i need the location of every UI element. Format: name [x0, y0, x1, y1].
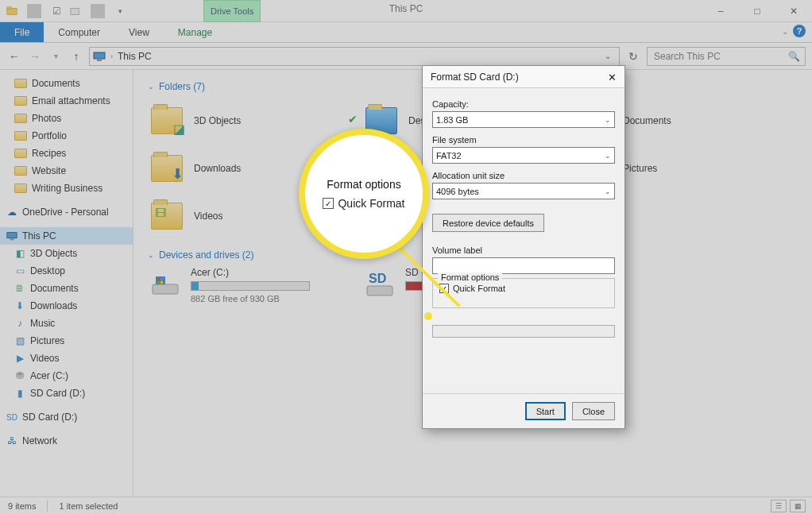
quick-format-checkbox[interactable]: ✓ Quick Format	[439, 284, 608, 293]
format-options-legend: Format options	[438, 272, 502, 282]
minimize-button[interactable]: –	[702, 0, 739, 22]
sd-card-icon: SD	[6, 412, 17, 423]
chevron-down-icon: ⌄	[605, 116, 611, 124]
allocation-unit-size-select[interactable]: 4096 bytes⌄	[432, 183, 615, 199]
properties-icon[interactable]: ☑	[49, 4, 64, 18]
sidebar-item-photos[interactable]: Photos	[0, 110, 133, 127]
sidebar-item-this-pc[interactable]: This PC	[0, 227, 133, 245]
view-tab[interactable]: View	[114, 22, 164, 42]
help-icon[interactable]: ?	[793, 25, 806, 37]
search-box[interactable]: 🔍	[647, 47, 806, 66]
dialog-close-button[interactable]: ✕	[604, 69, 620, 85]
sidebar-item-videos[interactable]: ▶Videos	[0, 350, 133, 367]
chevron-down-icon: ⌄	[148, 251, 154, 259]
capacity-bar	[191, 281, 310, 291]
svg-rect-1	[7, 6, 11, 9]
sidebar-item-sd-card-root[interactable]: SDSD Card (D:)	[0, 408, 133, 426]
sd-card-icon: ▮	[14, 388, 25, 399]
computer-tab[interactable]: Computer	[44, 22, 114, 42]
download-arrow-icon: ⬇	[172, 165, 184, 183]
sidebar-item-writing-business[interactable]: Writing Business	[0, 180, 133, 197]
callout-magnifier: Format options ✓ Quick Format	[299, 129, 429, 259]
dialog-title: Format SD Card (D:)	[431, 71, 519, 83]
new-folder-icon[interactable]	[68, 4, 83, 18]
drive-free-space: 882 GB free of 930 GB	[191, 294, 310, 303]
list-item[interactable]: Acer (C:) 882 GB free of 930 GB	[148, 267, 346, 303]
chevron-down-icon: ⌄	[605, 187, 611, 195]
sidebar-item-onedrive[interactable]: ☁OneDrive - Personal	[0, 203, 133, 221]
breadcrumb[interactable]: This PC	[118, 51, 152, 62]
sidebar-item-downloads[interactable]: ⬇Downloads	[0, 297, 133, 315]
volume-label-input[interactable]	[432, 257, 615, 274]
sd-card-icon: SD	[362, 267, 397, 302]
onedrive-icon: ☁	[6, 207, 17, 218]
pictures-icon: ▧	[14, 335, 25, 346]
format-dialog: Format SD Card (D:) ✕ Capacity: 1.83 GB⌄…	[422, 65, 625, 429]
sidebar-item-documents[interactable]: Documents	[0, 75, 133, 92]
back-button[interactable]: ←	[6, 50, 22, 63]
search-input[interactable]	[652, 50, 788, 63]
sidebar-item-acer-c[interactable]: ⛃Acer (C:)	[0, 367, 133, 385]
sidebar-item-sd-card-d[interactable]: ▮SD Card (D:)	[0, 385, 133, 402]
cube-icon: ◧	[14, 248, 25, 259]
recent-locations-icon[interactable]: ▾	[48, 52, 64, 60]
maximize-button[interactable]: □	[739, 0, 775, 22]
music-icon: ♪	[14, 318, 25, 329]
sidebar-item-website[interactable]: Website	[0, 162, 133, 180]
svg-rect-3	[94, 52, 105, 59]
svg-rect-7	[153, 284, 178, 294]
sidebar-item-music[interactable]: ♪Music	[0, 315, 133, 332]
this-pc-icon	[6, 230, 17, 242]
manage-tab[interactable]: Manage	[164, 22, 226, 42]
chevron-down-icon: ⌄	[148, 83, 154, 91]
status-item-count: 9 items	[8, 501, 36, 511]
breadcrumb-chevron-icon[interactable]: ›	[110, 52, 113, 60]
sidebar-item-documents-pc[interactable]: 🗎Documents	[0, 280, 133, 297]
file-tab[interactable]: File	[0, 22, 44, 42]
search-icon: 🔍	[788, 51, 800, 62]
status-bar: 9 items 1 item selected ☰ ▦	[0, 497, 812, 514]
large-icons-view-button[interactable]: ▦	[790, 500, 806, 512]
status-selection-count: 1 item selected	[59, 501, 118, 511]
sidebar-item-network[interactable]: 🖧Network	[0, 432, 133, 450]
refresh-button[interactable]: ↻	[624, 50, 642, 63]
file-system-label: File system	[432, 135, 615, 145]
format-progress-bar	[432, 325, 615, 338]
dialog-title-bar[interactable]: Format SD Card (D:) ✕	[423, 66, 624, 88]
list-item[interactable]: ◪ 3D Objects	[148, 99, 346, 143]
address-dropdown-icon[interactable]: ⌄	[600, 52, 616, 60]
checkbox-checkmark-icon: ✓	[323, 198, 334, 209]
up-button[interactable]: ↑	[68, 50, 84, 63]
close-button[interactable]: Close	[572, 402, 615, 420]
folder-icon	[5, 4, 19, 18]
sidebar-item-pictures[interactable]: ▧Pictures	[0, 332, 133, 350]
restore-defaults-button[interactable]: Restore device defaults	[432, 214, 544, 232]
sidebar-item-recipes[interactable]: Recipes	[0, 145, 133, 162]
svg-rect-9	[157, 278, 160, 280]
svg-rect-5	[7, 233, 17, 238]
sidebar-item-desktop[interactable]: ▭Desktop	[0, 262, 133, 280]
svg-rect-12	[160, 281, 163, 284]
ribbon-tabs: File Computer View Manage ⌄ ?	[0, 22, 812, 43]
callout-leader-dot	[424, 312, 432, 320]
sidebar-item-email-attachments[interactable]: Email attachments	[0, 92, 133, 110]
volume-label-label: Volume label	[432, 245, 615, 255]
title-bar: ☑ ▾ Drive Tools This PC – □ ✕	[0, 0, 812, 22]
sidebar-item-portfolio[interactable]: Portfolio	[0, 127, 133, 145]
sidebar-item-3d-objects[interactable]: ◧3D Objects	[0, 245, 133, 262]
ribbon-expand-icon[interactable]: ⌄	[782, 27, 788, 36]
svg-rect-13	[367, 286, 392, 296]
film-icon: 🎞	[155, 207, 166, 219]
desktop-icon: ▭	[14, 265, 25, 276]
svg-text:SD: SD	[369, 272, 386, 285]
nav-pane[interactable]: Documents Email attachments Photos Portf…	[0, 70, 133, 497]
close-button[interactable]: ✕	[775, 0, 812, 22]
capacity-select[interactable]: 1.83 GB⌄	[432, 111, 615, 128]
details-view-button[interactable]: ☰	[771, 500, 787, 512]
cube-icon: ◪	[173, 122, 185, 137]
file-system-select[interactable]: FAT32⌄	[432, 147, 615, 164]
start-button[interactable]: Start	[525, 402, 566, 420]
address-bar[interactable]: › This PC ⌄	[89, 47, 620, 66]
qat-customize-icon[interactable]: ▾	[113, 4, 127, 18]
drive-tools-contextual-tab: Drive Tools	[203, 0, 261, 22]
